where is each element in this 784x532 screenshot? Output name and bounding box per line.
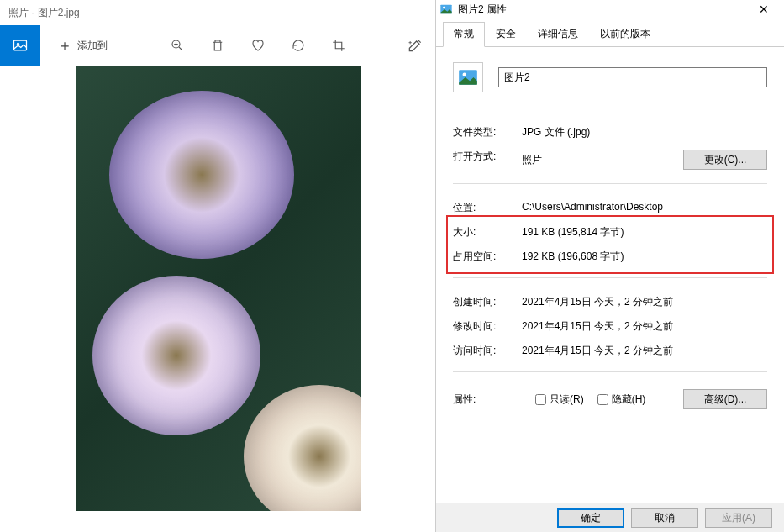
- picture-icon: [457, 66, 479, 88]
- label-attributes: 属性:: [453, 392, 522, 407]
- trash-icon: [210, 38, 225, 53]
- heart-icon: [250, 38, 266, 53]
- photo-viewport[interactable]: [76, 66, 361, 511]
- properties-body: 常规 安全 详细信息 以前的版本 文件类型: JPG 文件 (.jpg) 打开方…: [436, 18, 784, 503]
- rotate-icon: [291, 38, 306, 53]
- tab-security[interactable]: 安全: [485, 22, 527, 46]
- properties-title: 图片2 属性: [458, 3, 747, 17]
- photo-content: [92, 276, 260, 435]
- hidden-checkbox[interactable]: [597, 394, 608, 405]
- crop-button[interactable]: [318, 25, 359, 66]
- hidden-checkbox-wrap[interactable]: 隐藏(H): [597, 392, 646, 407]
- photos-view-tab[interactable]: [0, 25, 40, 66]
- highlight-annotation: 大小: 191 KB (195,814 字节) 占用空间: 192 KB (19…: [446, 215, 774, 274]
- change-button[interactable]: 更改(C)...: [683, 150, 767, 170]
- row-size-on-disk: 占用空间: 192 KB (196,608 字节): [453, 245, 767, 269]
- photos-window-title: 照片 - 图片2.jpg: [8, 6, 80, 20]
- photo-content: [244, 385, 361, 511]
- crop-icon: [331, 38, 346, 53]
- value-location: C:\Users\Administrator\Desktop: [522, 201, 767, 215]
- readonly-checkbox[interactable]: [535, 394, 546, 405]
- value-filetype: JPG 文件 (.jpg): [522, 125, 767, 140]
- close-icon: ✕: [759, 3, 769, 16]
- tab-general[interactable]: 常规: [443, 22, 485, 47]
- row-size: 大小: 191 KB (195,814 字节): [453, 220, 767, 245]
- tab-previous-versions[interactable]: 以前的版本: [589, 22, 661, 46]
- row-modified: 修改时间: 2021年4月15日 今天，2 分钟之前: [453, 314, 767, 339]
- photos-titlebar: 照片 - 图片2.jpg: [0, 0, 435, 25]
- value-size: 191 KB (195,814 字节): [522, 225, 767, 240]
- photos-toolbar: ＋ 添加到: [0, 25, 435, 66]
- photo-content: [109, 91, 294, 259]
- properties-tabs: 常规 安全 详细信息 以前的版本: [436, 18, 784, 47]
- apply-button[interactable]: 应用(A): [705, 508, 772, 528]
- tab-content-general: 文件类型: JPG 文件 (.jpg) 打开方式: 照片 更改(C)... 位置…: [436, 47, 784, 429]
- value-open-with: 照片: [522, 153, 542, 167]
- plus-icon: ＋: [57, 35, 72, 55]
- filename-input[interactable]: [498, 67, 767, 87]
- svg-point-4: [443, 7, 445, 9]
- label-location: 位置:: [453, 201, 522, 215]
- picture-icon: [439, 3, 453, 16]
- tab-details[interactable]: 详细信息: [527, 22, 589, 46]
- cancel-button[interactable]: 取消: [631, 508, 698, 528]
- edit-magic-icon: [407, 37, 424, 54]
- value-size-on-disk: 192 KB (196,608 字节): [522, 250, 767, 264]
- value-created: 2021年4月15日 今天，2 分钟之前: [522, 295, 767, 309]
- value-accessed: 2021年4月15日 今天，2 分钟之前: [522, 344, 767, 358]
- readonly-checkbox-wrap[interactable]: 只读(R): [535, 392, 584, 407]
- label-filetype: 文件类型:: [453, 125, 522, 140]
- hidden-label: 隐藏(H): [612, 392, 646, 407]
- properties-dialog: 图片2 属性 ✕ 常规 安全 详细信息 以前的版本 文件类型: JPG 文件 (…: [435, 0, 784, 532]
- row-created: 创建时间: 2021年4月15日 今天，2 分钟之前: [453, 290, 767, 314]
- advanced-button[interactable]: 高级(D)...: [683, 389, 767, 409]
- label-accessed: 访问时间:: [453, 344, 522, 358]
- magnifier-icon: [170, 38, 185, 53]
- zoom-button[interactable]: [157, 25, 197, 66]
- svg-point-1: [17, 43, 19, 45]
- row-accessed: 访问时间: 2021年4月15日 今天，2 分钟之前: [453, 339, 767, 363]
- properties-titlebar: 图片2 属性 ✕: [436, 0, 784, 18]
- ok-button[interactable]: 确定: [557, 508, 624, 528]
- svg-point-6: [463, 73, 466, 76]
- label-open-with: 打开方式:: [453, 150, 522, 170]
- photos-app-window: 照片 - 图片2.jpg ＋ 添加到: [0, 0, 435, 532]
- dialog-button-bar: 确定 取消 应用(A): [436, 503, 784, 532]
- row-open-with: 打开方式: 照片 更改(C)...: [453, 145, 767, 175]
- label-created: 创建时间:: [453, 295, 522, 309]
- file-header: [453, 62, 767, 92]
- rotate-button[interactable]: [278, 25, 318, 66]
- value-modified: 2021年4月15日 今天，2 分钟之前: [522, 319, 767, 334]
- row-attributes: 属性: 只读(R) 隐藏(H) 高级(D)...: [453, 384, 767, 414]
- add-to-button[interactable]: ＋ 添加到: [40, 25, 121, 66]
- label-size-on-disk: 占用空间:: [453, 250, 522, 264]
- file-type-icon: [453, 62, 483, 92]
- delete-button[interactable]: [197, 25, 238, 66]
- picture-icon: [12, 37, 29, 54]
- label-size: 大小:: [453, 225, 522, 240]
- add-to-label: 添加到: [77, 39, 108, 53]
- edit-button[interactable]: [395, 25, 435, 66]
- row-filetype: 文件类型: JPG 文件 (.jpg): [453, 120, 767, 145]
- close-button[interactable]: ✕: [747, 0, 781, 18]
- label-modified: 修改时间:: [453, 319, 522, 334]
- readonly-label: 只读(R): [550, 392, 584, 407]
- favorite-button[interactable]: [238, 25, 278, 66]
